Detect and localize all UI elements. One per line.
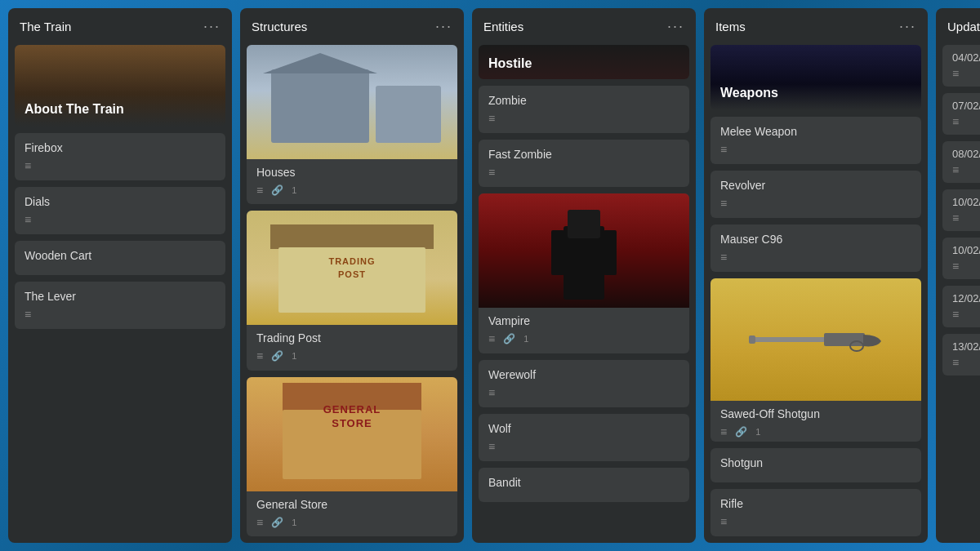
section-hostile[interactable]: Hostile (479, 45, 689, 79)
vampire-attach-icon: 🔗 (503, 333, 515, 344)
sawed-off-attach-icon: 🔗 (735, 426, 747, 438)
trading-lines-icon (256, 349, 263, 362)
column-the-train: The Train ··· About The Train Firebox Di… (8, 8, 232, 543)
update-card-4[interactable]: 10/02/ (942, 189, 980, 231)
rifle-title: Rifle (720, 497, 911, 510)
column-content-entities: Hostile Zombie Fast Zombie (472, 45, 696, 543)
the-lever-title: The Lever (24, 290, 216, 303)
update-card-2[interactable]: 07/02/ (942, 93, 980, 135)
card-werewolf[interactable]: Werewolf (479, 360, 689, 407)
column-content-items: Weapons Melee Weapon Revolver Mauser C96 (704, 45, 928, 543)
section-weapons[interactable]: Weapons (710, 45, 921, 110)
update-date-1: 04/02/ (952, 51, 980, 64)
trading-sign: TRADINGPOST (328, 256, 375, 281)
trading-roof (270, 224, 434, 249)
card-houses[interactable]: Houses 🔗 1 (247, 45, 457, 204)
column-header-entities: Entities ··· (472, 8, 696, 45)
column-menu-items[interactable]: ··· (899, 18, 916, 35)
firebox-lines-icon (24, 159, 31, 172)
zombie-title: Zombie (488, 94, 679, 107)
mauser-lines-icon (720, 251, 727, 264)
general-store-title: General Store (256, 498, 448, 511)
column-header-updates: Updates ··· (936, 8, 980, 45)
column-menu-structures[interactable]: ··· (435, 18, 452, 35)
update-card-6[interactable]: 12/02/ (942, 286, 980, 327)
card-sawed-off-shotgun[interactable]: Sawed-Off Shotgun 🔗 1 (710, 278, 921, 442)
trading-post-title: Trading Post (256, 331, 448, 344)
vampire-lines-icon (488, 332, 495, 345)
svg-rect-1 (824, 333, 865, 346)
update-date-5: 10/02/ (952, 244, 980, 256)
card-fast-zombie[interactable]: Fast Zombie (479, 140, 689, 187)
weapons-title: Weapons (720, 86, 911, 100)
houses-attach-icon: 🔗 (271, 184, 283, 196)
card-trading-post[interactable]: TRADINGPOST Trading Post 🔗 1 (247, 211, 457, 370)
general-lines-icon (256, 516, 263, 529)
update-date-2: 07/02/ (952, 100, 980, 112)
vampire-attach-count: 1 (523, 334, 528, 344)
sawed-off-title: Sawed-Off Shotgun (720, 407, 911, 420)
column-menu-entities[interactable]: ··· (667, 18, 684, 35)
houses-building (271, 69, 369, 143)
sawed-off-lines-icon (720, 425, 727, 438)
column-title-updates: Updates (947, 20, 980, 33)
wolf-title: Wolf (488, 422, 679, 435)
update-card-7[interactable]: 13/02/ (942, 334, 980, 375)
card-shotgun[interactable]: Shotgun (710, 448, 921, 482)
column-content-structures: Houses 🔗 1 TRADINGPOST Trading Post (240, 45, 464, 543)
general-attach-icon: 🔗 (271, 517, 283, 528)
upd1-lines (952, 67, 959, 80)
column-entities: Entities ··· Hostile Zombie Fast Zombie (472, 8, 696, 543)
column-header-the-train: The Train ··· (8, 8, 232, 45)
general-attach-count: 1 (292, 518, 296, 527)
card-revolver[interactable]: Revolver (710, 171, 921, 218)
update-date-3: 08/02/ (952, 148, 980, 160)
card-vampire[interactable]: Vampire 🔗 1 (479, 193, 689, 353)
card-bandit[interactable]: Bandit (479, 468, 689, 502)
revolver-lines-icon (720, 197, 727, 210)
shotgun-title: Shotgun (720, 456, 911, 469)
column-content-the-train: About The Train Firebox Dials Wooden Car… (8, 45, 232, 543)
card-dials[interactable]: Dials (15, 187, 225, 234)
card-rifle[interactable]: Rifle (710, 489, 921, 536)
revolver-title: Revolver (720, 179, 911, 192)
general-sign: GENERALSTORE (323, 403, 381, 431)
card-general-store[interactable]: GENERALSTORE General Store 🔗 1 (247, 377, 457, 536)
update-card-1[interactable]: 04/02/ (942, 45, 980, 87)
update-date-6: 12/02/ (952, 292, 980, 304)
card-wooden-cart[interactable]: Wooden Cart (15, 241, 225, 275)
houses-attach-count: 1 (292, 185, 296, 195)
board: The Train ··· About The Train Firebox Di… (0, 0, 980, 551)
melee-lines-icon (720, 143, 727, 156)
update-date-7: 13/02/ (952, 340, 980, 353)
dials-lines-icon (24, 213, 31, 226)
update-card-3[interactable]: 08/02/ (942, 141, 980, 183)
card-firebox[interactable]: Firebox (15, 133, 225, 180)
column-title-entities: Entities (483, 20, 523, 33)
roblox-arm-right (604, 230, 617, 275)
card-the-lever[interactable]: The Lever (15, 282, 225, 329)
werewolf-title: Werewolf (488, 368, 679, 381)
upd7-lines (952, 356, 959, 369)
trading-attach-icon: 🔗 (271, 350, 283, 362)
card-about-train[interactable]: About The Train (15, 45, 225, 127)
update-card-5[interactable]: 10/02/ (942, 238, 980, 279)
dials-title: Dials (24, 195, 216, 208)
trading-attach-count: 1 (292, 351, 296, 361)
column-title-the-train: The Train (20, 20, 71, 33)
column-header-structures: Structures ··· (240, 8, 464, 45)
upd4-lines (952, 211, 959, 224)
card-wolf[interactable]: Wolf (479, 414, 689, 461)
wooden-cart-title: Wooden Cart (24, 249, 216, 262)
card-zombie[interactable]: Zombie (479, 86, 689, 133)
column-structures: Structures ··· Houses 🔗 1 (240, 8, 464, 543)
card-mauser-c96[interactable]: Mauser C96 (710, 224, 921, 272)
rifle-lines-icon (720, 515, 727, 528)
card-melee-weapon[interactable]: Melee Weapon (710, 117, 921, 164)
roblox-head (568, 210, 600, 238)
column-menu-the-train[interactable]: ··· (203, 18, 220, 35)
column-title-items: Items (715, 20, 746, 33)
svg-rect-3 (749, 335, 755, 344)
column-header-items: Items ··· (704, 8, 928, 45)
houses-lines-icon (256, 184, 263, 197)
